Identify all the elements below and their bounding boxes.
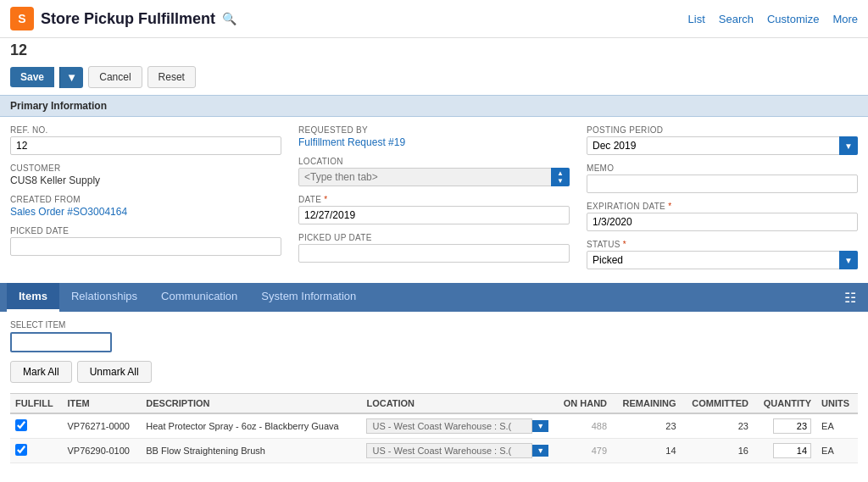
cell-committed-0: 23: [682, 413, 754, 439]
unmark-all-button[interactable]: Unmark All: [77, 361, 152, 383]
cell-committed-1: 16: [682, 439, 754, 463]
posting-period-wrapper: Dec 2019 ▼: [587, 136, 858, 155]
picked-date-label: PICKED DATE: [10, 226, 281, 235]
posting-period-label: POSTING PERIOD: [587, 125, 858, 135]
action-bar: Save ▼ Cancel Reset: [0, 63, 868, 95]
location-dropdown-btn-1[interactable]: ▼: [532, 445, 548, 457]
col-location: LOCATION: [361, 394, 554, 414]
search-icon[interactable]: 🔍: [222, 12, 236, 25]
tab-system-information[interactable]: System Information: [249, 283, 368, 312]
select-item-input[interactable]: [10, 332, 112, 352]
expiration-date-group: EXPIRATION DATE *: [587, 202, 858, 231]
location-wrapper: ▲▼: [298, 168, 570, 186]
status-group: STATUS * Picked ▼: [587, 240, 858, 269]
ref-no-input[interactable]: [10, 136, 281, 155]
tab-layout-icon[interactable]: ☷: [839, 285, 861, 311]
nav-right: List Search Customize More: [688, 13, 858, 25]
date-label: DATE *: [298, 195, 570, 204]
cell-location-0: US - West Coast Warehouse : S.( ▼: [361, 413, 554, 439]
posting-period-group: POSTING PERIOD Dec 2019 ▼: [587, 125, 858, 155]
requested-by-group: REQUESTED BY Fulfillment Request #19: [298, 125, 570, 148]
tab-relationships[interactable]: Relationships: [59, 283, 149, 312]
reset-button[interactable]: Reset: [147, 66, 196, 88]
picked-date-input[interactable]: [10, 237, 281, 256]
table-row: VP76271-0000 Heat Protector Spray - 6oz …: [10, 413, 858, 439]
app-icon: S: [10, 7, 34, 30]
col-on-hand: ON HAND: [554, 394, 612, 414]
ref-no-label: REF. NO.: [10, 125, 281, 135]
requested-by-link[interactable]: Fulfillment Request #19: [298, 136, 570, 148]
customer-value: CUS8 Keller Supply: [10, 175, 281, 186]
status-label: STATUS *: [587, 240, 858, 249]
table-header-row: FULFILL ITEM DESCRIPTION LOCATION ON HAN…: [10, 394, 858, 414]
picked-up-date-group: PICKED UP DATE: [298, 233, 570, 263]
quantity-input-0[interactable]: [773, 418, 811, 434]
created-from-group: CREATED FROM Sales Order #SO3004164: [10, 195, 281, 218]
top-nav: S Store Pickup Fulfillment 🔍 List Search…: [0, 0, 868, 38]
date-input[interactable]: [298, 206, 570, 224]
form-primary: REF. NO. CUSTOMER CUS8 Keller Supply CRE…: [0, 117, 868, 278]
posting-period-select[interactable]: Dec 2019: [587, 136, 858, 155]
col-item: ITEM: [63, 394, 142, 414]
location-group: LOCATION ▲▼: [298, 157, 570, 186]
status-wrapper: Picked ▼: [587, 251, 858, 269]
nav-search[interactable]: Search: [719, 13, 754, 25]
section-primary-info: Primary Information: [0, 95, 868, 117]
picked-up-date-input[interactable]: [298, 244, 570, 263]
nav-customize[interactable]: Customize: [767, 13, 819, 25]
nav-left: S Store Pickup Fulfillment 🔍: [10, 7, 236, 30]
cell-remaining-0: 23: [612, 413, 681, 439]
items-table: FULFILL ITEM DESCRIPTION LOCATION ON HAN…: [10, 393, 858, 463]
memo-group: MEMO: [587, 163, 858, 193]
col-remaining: REMAINING: [612, 394, 681, 414]
col-committed: COMMITTED: [682, 394, 754, 414]
col-quantity: QUANTITY: [754, 394, 816, 414]
cell-description-0: Heat Protector Spray - 6oz - Blackberry …: [141, 413, 361, 439]
select-item-label: SELECT ITEM: [10, 320, 858, 330]
cell-item-1: VP76290-0100: [63, 439, 142, 463]
created-from-link[interactable]: Sales Order #SO3004164: [10, 206, 281, 218]
mark-buttons: Mark All Unmark All: [10, 361, 858, 383]
cell-item-0: VP76271-0000: [63, 413, 142, 439]
save-button[interactable]: Save: [10, 67, 54, 87]
tab-communication[interactable]: Communication: [149, 283, 249, 312]
location-text-1: US - West Coast Warehouse : S.(: [366, 443, 532, 458]
ref-no-group: REF. NO.: [10, 125, 281, 155]
fulfill-checkbox-1[interactable]: [15, 444, 27, 456]
mark-all-button[interactable]: Mark All: [10, 361, 72, 383]
cell-location-1: US - West Coast Warehouse : S.( ▼: [361, 439, 554, 463]
picked-date-group: PICKED DATE: [10, 226, 281, 256]
memo-label: MEMO: [587, 163, 858, 173]
nav-more[interactable]: More: [832, 13, 858, 25]
cell-quantity-1: [754, 439, 816, 463]
requested-by-label: REQUESTED BY: [298, 125, 570, 135]
record-number: 12: [0, 38, 868, 63]
location-text-0: US - West Coast Warehouse : S.(: [366, 418, 532, 434]
memo-input[interactable]: [587, 175, 858, 193]
expiration-date-input[interactable]: [587, 213, 858, 231]
location-input[interactable]: [298, 168, 570, 186]
date-group: DATE *: [298, 195, 570, 224]
cell-description-1: BB Flow Straightening Brush: [141, 439, 361, 463]
cell-units-1: EA: [816, 439, 858, 463]
cancel-button[interactable]: Cancel: [88, 66, 142, 88]
app-title: Store Pickup Fulfillment: [41, 10, 215, 28]
col-units: UNITS: [816, 394, 858, 414]
created-from-label: CREATED FROM: [10, 195, 281, 204]
col-description: DESCRIPTION: [141, 394, 361, 414]
tab-items[interactable]: Items: [7, 283, 59, 312]
cell-on-hand-0: 488: [554, 413, 612, 439]
save-dropdown-button[interactable]: ▼: [59, 67, 83, 88]
app-icon-letter: S: [18, 12, 25, 25]
cell-fulfill-1: [10, 439, 63, 463]
cell-units-0: EA: [816, 413, 858, 439]
quantity-input-1[interactable]: [773, 443, 811, 458]
fulfill-checkbox-0[interactable]: [15, 419, 27, 431]
customer-label: CUSTOMER: [10, 163, 281, 173]
customer-group: CUSTOMER CUS8 Keller Supply: [10, 163, 281, 186]
nav-list[interactable]: List: [688, 13, 705, 25]
location-label: LOCATION: [298, 157, 570, 166]
status-select[interactable]: Picked: [587, 251, 858, 269]
location-dropdown-btn-0[interactable]: ▼: [532, 420, 548, 432]
col-fulfill: FULFILL: [10, 394, 63, 414]
